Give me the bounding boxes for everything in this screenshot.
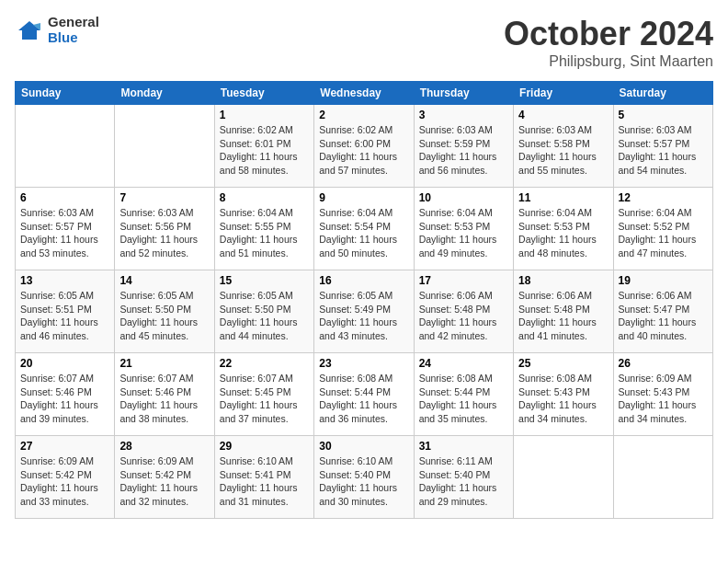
calendar-cell: 22Sunrise: 6:07 AM Sunset: 5:45 PM Dayli… (214, 353, 313, 436)
day-number: 13 (20, 274, 109, 287)
day-info: Sunrise: 6:05 AM Sunset: 5:49 PM Dayligh… (319, 289, 408, 343)
day-number: 11 (518, 191, 608, 204)
calendar-cell: 6Sunrise: 6:03 AM Sunset: 5:57 PM Daylig… (16, 188, 115, 270)
calendar-day-header: Saturday (613, 82, 712, 105)
day-number: 18 (518, 274, 608, 287)
calendar-cell (613, 436, 712, 519)
day-info: Sunrise: 6:06 AM Sunset: 5:48 PM Dayligh… (419, 289, 508, 343)
calendar-cell (115, 105, 214, 188)
calendar-cell: 7Sunrise: 6:03 AM Sunset: 5:56 PM Daylig… (115, 188, 214, 270)
day-info: Sunrise: 6:04 AM Sunset: 5:55 PM Dayligh… (220, 206, 309, 260)
day-number: 21 (119, 357, 209, 370)
day-number: 26 (619, 357, 708, 370)
day-info: Sunrise: 6:03 AM Sunset: 5:56 PM Dayligh… (119, 206, 209, 260)
day-info: Sunrise: 6:08 AM Sunset: 5:44 PM Dayligh… (419, 372, 508, 426)
calendar-cell: 12Sunrise: 6:04 AM Sunset: 5:52 PM Dayli… (613, 188, 712, 270)
day-info: Sunrise: 6:04 AM Sunset: 5:54 PM Dayligh… (319, 206, 408, 260)
day-info: Sunrise: 6:06 AM Sunset: 5:47 PM Dayligh… (619, 289, 708, 343)
day-number: 1 (220, 109, 309, 121)
day-number: 23 (319, 357, 408, 370)
day-number: 6 (20, 191, 109, 204)
day-info: Sunrise: 6:03 AM Sunset: 5:57 PM Dayligh… (20, 206, 109, 260)
calendar-cell: 8Sunrise: 6:04 AM Sunset: 5:55 PM Daylig… (214, 188, 313, 270)
day-number: 4 (518, 109, 608, 121)
calendar-cell: 20Sunrise: 6:07 AM Sunset: 5:46 PM Dayli… (16, 353, 115, 436)
day-number: 31 (419, 440, 508, 453)
day-number: 10 (419, 191, 508, 204)
day-number: 24 (419, 357, 508, 370)
day-number: 17 (419, 274, 508, 287)
calendar-cell: 30Sunrise: 6:10 AM Sunset: 5:40 PM Dayli… (314, 436, 414, 519)
day-number: 2 (319, 109, 408, 121)
calendar-cell: 9Sunrise: 6:04 AM Sunset: 5:54 PM Daylig… (314, 188, 414, 270)
calendar-cell: 14Sunrise: 6:05 AM Sunset: 5:50 PM Dayli… (115, 270, 214, 353)
calendar-cell: 4Sunrise: 6:03 AM Sunset: 5:58 PM Daylig… (514, 105, 613, 188)
title-block: October 2024 Philipsburg, Sint Maarten (504, 15, 713, 70)
calendar-cell (16, 105, 115, 188)
day-number: 30 (319, 440, 408, 453)
logo-text: General Blue (48, 15, 99, 45)
day-number: 16 (319, 274, 408, 287)
day-number: 9 (319, 191, 408, 204)
day-number: 29 (220, 440, 309, 453)
calendar-header-row: SundayMondayTuesdayWednesdayThursdayFrid… (16, 82, 713, 105)
calendar-week-row: 27Sunrise: 6:09 AM Sunset: 5:42 PM Dayli… (16, 436, 713, 519)
calendar-cell: 27Sunrise: 6:09 AM Sunset: 5:42 PM Dayli… (16, 436, 115, 519)
day-number: 28 (119, 440, 209, 453)
calendar-day-header: Monday (115, 82, 214, 105)
calendar-day-header: Thursday (414, 82, 513, 105)
day-number: 7 (119, 191, 209, 204)
day-info: Sunrise: 6:04 AM Sunset: 5:53 PM Dayligh… (518, 206, 608, 260)
day-info: Sunrise: 6:09 AM Sunset: 5:43 PM Dayligh… (619, 372, 708, 426)
day-info: Sunrise: 6:02 AM Sunset: 6:01 PM Dayligh… (220, 123, 309, 178)
calendar-cell: 10Sunrise: 6:04 AM Sunset: 5:53 PM Dayli… (414, 188, 513, 270)
calendar-cell (514, 436, 613, 519)
day-info: Sunrise: 6:08 AM Sunset: 5:44 PM Dayligh… (319, 372, 408, 426)
calendar-cell: 24Sunrise: 6:08 AM Sunset: 5:44 PM Dayli… (414, 353, 513, 436)
calendar-cell: 21Sunrise: 6:07 AM Sunset: 5:46 PM Dayli… (115, 353, 214, 436)
day-info: Sunrise: 6:10 AM Sunset: 5:40 PM Dayligh… (319, 454, 408, 509)
logo: General Blue (15, 15, 99, 45)
calendar-cell: 1Sunrise: 6:02 AM Sunset: 6:01 PM Daylig… (214, 105, 313, 188)
calendar-cell: 15Sunrise: 6:05 AM Sunset: 5:50 PM Dayli… (214, 270, 313, 353)
calendar-day-header: Sunday (16, 82, 115, 105)
day-info: Sunrise: 6:10 AM Sunset: 5:41 PM Dayligh… (220, 454, 309, 509)
day-info: Sunrise: 6:04 AM Sunset: 5:52 PM Dayligh… (619, 206, 708, 260)
calendar-cell: 26Sunrise: 6:09 AM Sunset: 5:43 PM Dayli… (613, 353, 712, 436)
day-number: 15 (220, 274, 309, 287)
day-info: Sunrise: 6:07 AM Sunset: 5:46 PM Dayligh… (20, 372, 109, 426)
day-info: Sunrise: 6:07 AM Sunset: 5:45 PM Dayligh… (220, 372, 309, 426)
day-info: Sunrise: 6:03 AM Sunset: 5:59 PM Dayligh… (419, 123, 508, 178)
calendar-cell: 28Sunrise: 6:09 AM Sunset: 5:42 PM Dayli… (115, 436, 214, 519)
day-number: 8 (220, 191, 309, 204)
calendar-cell: 17Sunrise: 6:06 AM Sunset: 5:48 PM Dayli… (414, 270, 513, 353)
day-number: 14 (119, 274, 209, 287)
day-number: 22 (220, 357, 309, 370)
day-info: Sunrise: 6:11 AM Sunset: 5:40 PM Dayligh… (419, 454, 508, 509)
calendar-week-row: 6Sunrise: 6:03 AM Sunset: 5:57 PM Daylig… (16, 188, 713, 270)
day-info: Sunrise: 6:03 AM Sunset: 5:58 PM Dayligh… (518, 123, 608, 178)
calendar-cell: 23Sunrise: 6:08 AM Sunset: 5:44 PM Dayli… (314, 353, 414, 436)
calendar-day-header: Friday (514, 82, 613, 105)
day-number: 3 (419, 109, 508, 121)
page-header: General Blue October 2024 Philipsburg, S… (15, 15, 713, 70)
day-number: 5 (619, 109, 708, 121)
calendar-cell: 31Sunrise: 6:11 AM Sunset: 5:40 PM Dayli… (414, 436, 513, 519)
day-info: Sunrise: 6:03 AM Sunset: 5:57 PM Dayligh… (619, 123, 708, 178)
day-info: Sunrise: 6:05 AM Sunset: 5:50 PM Dayligh… (220, 289, 309, 343)
day-number: 12 (619, 191, 708, 204)
day-info: Sunrise: 6:06 AM Sunset: 5:48 PM Dayligh… (518, 289, 608, 343)
day-info: Sunrise: 6:09 AM Sunset: 5:42 PM Dayligh… (20, 454, 109, 509)
day-number: 25 (518, 357, 608, 370)
calendar-day-header: Wednesday (314, 82, 414, 105)
calendar-day-header: Tuesday (214, 82, 313, 105)
calendar-cell: 25Sunrise: 6:08 AM Sunset: 5:43 PM Dayli… (514, 353, 613, 436)
calendar-cell: 11Sunrise: 6:04 AM Sunset: 5:53 PM Dayli… (514, 188, 613, 270)
calendar-cell: 19Sunrise: 6:06 AM Sunset: 5:47 PM Dayli… (613, 270, 712, 353)
calendar-cell: 18Sunrise: 6:06 AM Sunset: 5:48 PM Dayli… (514, 270, 613, 353)
day-info: Sunrise: 6:02 AM Sunset: 6:00 PM Dayligh… (319, 123, 408, 178)
calendar-cell: 16Sunrise: 6:05 AM Sunset: 5:49 PM Dayli… (314, 270, 414, 353)
day-info: Sunrise: 6:04 AM Sunset: 5:53 PM Dayligh… (419, 206, 508, 260)
calendar-week-row: 20Sunrise: 6:07 AM Sunset: 5:46 PM Dayli… (16, 353, 713, 436)
title-month: October 2024 (504, 15, 713, 53)
